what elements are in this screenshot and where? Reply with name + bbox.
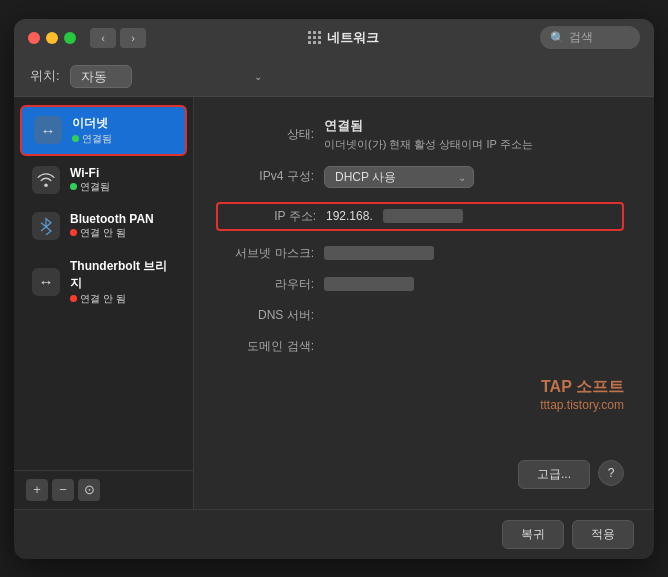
domain-row: 도메인 검색:	[224, 338, 624, 355]
watermark-area: TAP 소프트 tttap.tistory.com	[224, 377, 624, 412]
location-toolbar: 위치: 자동 ⌄	[14, 57, 654, 97]
status-label: 상태:	[224, 126, 314, 143]
router-value-blurred	[324, 277, 414, 291]
ethernet-icon: ↔	[34, 116, 62, 144]
thunderbolt-status: 연결 안 됨	[70, 292, 175, 306]
watermark-url: tttap.tistory.com	[224, 398, 624, 412]
apply-button[interactable]: 적용	[572, 520, 634, 549]
search-placeholder: 검색	[569, 29, 593, 46]
revert-button[interactable]: 복귀	[502, 520, 564, 549]
window-title: 네트워크	[327, 29, 379, 47]
subnet-label: 서브넷 마스크:	[224, 245, 314, 262]
ethernet-status: 연결됨	[72, 132, 112, 146]
maximize-button[interactable]	[64, 32, 76, 44]
help-button[interactable]: ?	[598, 460, 624, 486]
window-title-area: 네트워크	[154, 29, 532, 47]
back-button[interactable]: ‹	[90, 28, 116, 48]
wifi-name: Wi-Fi	[70, 166, 110, 180]
thunderbolt-name: Thunderbolt 브리지	[70, 258, 175, 292]
router-label: 라우터:	[224, 276, 314, 293]
titlebar: ‹ › 네트워크 🔍 검색	[14, 19, 654, 57]
sidebar-item-bluetooth[interactable]: Bluetooth PAN 연결 안 됨	[20, 204, 187, 248]
wifi-status-dot	[70, 183, 77, 190]
remove-network-button[interactable]: −	[52, 479, 74, 501]
search-box[interactable]: 🔍 검색	[540, 26, 640, 49]
domain-label: 도메인 검색:	[224, 338, 314, 355]
traffic-lights	[28, 32, 76, 44]
location-select[interactable]: 자동	[70, 65, 132, 88]
status-block: 연결됨 이더넷이(가) 현재 활성 상태이며 IP 주소는	[324, 117, 533, 152]
ip-value-blurred	[383, 209, 463, 223]
sidebar-item-wifi[interactable]: Wi-Fi 연결됨	[20, 158, 187, 202]
thunderbolt-status-dot	[70, 295, 77, 302]
bottom-action-bar: 복귀 적용	[14, 509, 654, 559]
wifi-info: Wi-Fi 연결됨	[70, 166, 110, 194]
ethernet-status-dot	[72, 135, 79, 142]
status-row: 상태: 연결됨 이더넷이(가) 현재 활성 상태이며 IP 주소는	[224, 117, 624, 152]
bluetooth-status-dot	[70, 229, 77, 236]
bluetooth-name: Bluetooth PAN	[70, 212, 154, 226]
wifi-icon	[32, 166, 60, 194]
minimize-button[interactable]	[46, 32, 58, 44]
detail-panel: 상태: 연결됨 이더넷이(가) 현재 활성 상태이며 IP 주소는 IPv4 구…	[194, 97, 654, 509]
gear-button[interactable]: ⊙	[78, 479, 100, 501]
nav-buttons: ‹ ›	[90, 28, 146, 48]
ipv4-select[interactable]: DHCP 사용	[324, 166, 474, 188]
dns-row: DNS 서버:	[224, 307, 624, 324]
sidebar-bottom-bar: + − ⊙	[14, 470, 193, 509]
add-network-button[interactable]: +	[26, 479, 48, 501]
location-select-wrapper: 자동 ⌄	[70, 65, 270, 88]
ipv4-row: IPv4 구성: DHCP 사용 ⌄	[224, 166, 624, 188]
dns-label: DNS 서버:	[224, 307, 314, 324]
advanced-row: 고급... ?	[224, 460, 624, 489]
sidebar-item-ethernet[interactable]: ↔ 이더넷 연결됨	[20, 105, 187, 156]
bluetooth-status: 연결 안 됨	[70, 226, 154, 240]
main-content: ↔ 이더넷 연결됨	[14, 97, 654, 509]
subnet-row: 서브넷 마스크:	[224, 245, 624, 262]
ethernet-name: 이더넷	[72, 115, 112, 132]
status-value: 연결됨	[324, 117, 533, 135]
ethernet-info: 이더넷 연결됨	[72, 115, 112, 146]
network-list: ↔ 이더넷 연결됨	[14, 97, 193, 470]
status-sub: 이더넷이(가) 현재 활성 상태이며 IP 주소는	[324, 137, 533, 152]
close-button[interactable]	[28, 32, 40, 44]
watermark-title: TAP 소프트	[224, 377, 624, 398]
sidebar-item-thunderbolt[interactable]: ↔ Thunderbolt 브리지 연결 안 됨	[20, 250, 187, 314]
chevron-down-icon: ⌄	[254, 71, 262, 82]
revert-apply-buttons: 복귀 적용	[502, 520, 634, 549]
advanced-button[interactable]: 고급...	[518, 460, 590, 489]
ip-value: 192.168.	[326, 209, 373, 223]
subnet-value-blurred	[324, 246, 434, 260]
wifi-status: 연결됨	[70, 180, 110, 194]
forward-button[interactable]: ›	[120, 28, 146, 48]
bluetooth-icon	[32, 212, 60, 240]
ip-address-highlighted-row: IP 주소: 192.168.	[216, 202, 624, 231]
ipv4-select-wrapper: DHCP 사용 ⌄	[324, 166, 474, 188]
ipv4-label: IPv4 구성:	[224, 168, 314, 185]
network-sidebar: ↔ 이더넷 연결됨	[14, 97, 194, 509]
router-row: 라우터:	[224, 276, 624, 293]
thunderbolt-icon: ↔	[32, 268, 60, 296]
search-icon: 🔍	[550, 31, 565, 45]
bluetooth-info: Bluetooth PAN 연결 안 됨	[70, 212, 154, 240]
location-label: 위치:	[30, 67, 60, 85]
network-window: ‹ › 네트워크 🔍 검색 위치: 자동 ⌄	[14, 19, 654, 559]
apps-grid-icon	[308, 31, 321, 44]
thunderbolt-info: Thunderbolt 브리지 연결 안 됨	[70, 258, 175, 306]
ip-label: IP 주소:	[226, 208, 316, 225]
